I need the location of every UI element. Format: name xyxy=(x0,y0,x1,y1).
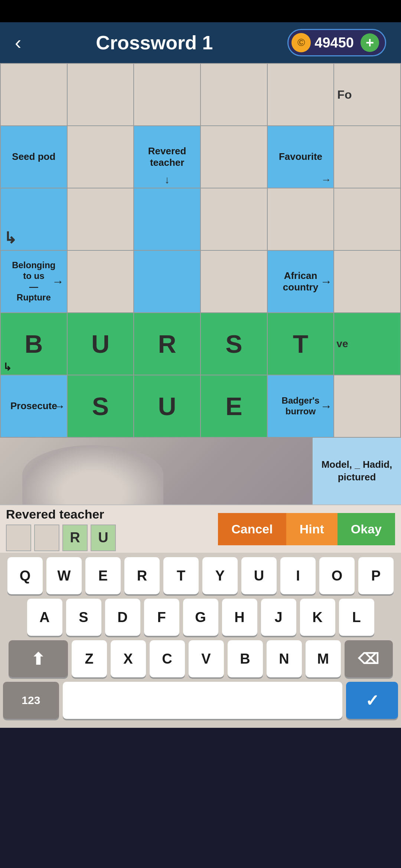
back-button[interactable]: ‹ xyxy=(15,32,21,54)
cell-4-0[interactable]: B ↳ xyxy=(1,313,68,375)
key-d[interactable]: D xyxy=(105,599,140,636)
key-n[interactable]: N xyxy=(267,640,302,677)
answer-box-1[interactable] xyxy=(6,525,31,551)
shift-key[interactable]: ⬆ xyxy=(9,640,68,677)
cell-0-4[interactable] xyxy=(268,64,335,126)
cell-5-1[interactable]: S xyxy=(68,375,134,438)
keyboard-row-1: Q W E R T Y U I O P xyxy=(3,557,398,594)
cell-5-2[interactable]: U xyxy=(134,375,201,438)
keyboard-row-4: 123 ✓ xyxy=(3,682,398,719)
cell-4-3[interactable]: S xyxy=(201,313,268,375)
key-f[interactable]: F xyxy=(144,599,179,636)
key-y[interactable]: Y xyxy=(202,557,238,594)
cell-3-0[interactable]: Belongingto us—Rupture → xyxy=(1,251,68,313)
cell-2-3[interactable] xyxy=(201,188,268,251)
grid: Fo Seed pod Revered teacher Favourite ↳ … xyxy=(0,63,401,438)
cell-4-5[interactable]: ve xyxy=(334,313,401,375)
cell-2-0[interactable]: ↳ xyxy=(1,188,68,251)
key-i[interactable]: I xyxy=(280,557,316,594)
clue-favourite: Favourite xyxy=(279,151,322,162)
cell-0-3[interactable] xyxy=(201,64,268,126)
key-l[interactable]: L xyxy=(339,599,374,636)
cell-1-2[interactable]: Revered teacher xyxy=(134,126,201,188)
cell-3-2[interactable] xyxy=(134,251,201,313)
cell-3-3[interactable] xyxy=(201,251,268,313)
answer-box-2[interactable] xyxy=(34,525,59,551)
cell-4-4[interactable]: T xyxy=(268,313,335,375)
clue-input-bar: Revered teacher R U Cancel Hint Okay xyxy=(0,504,401,553)
cell-0-5[interactable]: Fo xyxy=(334,64,401,126)
okay-button[interactable]: Okay xyxy=(338,513,395,545)
cell-5-5[interactable] xyxy=(334,375,401,438)
clue-african-country: Africancountry xyxy=(283,270,318,293)
cell-5-3[interactable]: E xyxy=(201,375,268,438)
cell-2-1[interactable] xyxy=(68,188,134,251)
cell-4-2[interactable]: R xyxy=(134,313,201,375)
clue-action-buttons: Cancel Hint Okay xyxy=(218,513,395,545)
clue-prosecute: Prosecute xyxy=(10,400,57,412)
cell-0-0[interactable] xyxy=(1,64,68,126)
space-key[interactable] xyxy=(63,682,342,719)
clue-seed-pod: Seed pod xyxy=(12,151,55,162)
active-clue-text: Revered teacher xyxy=(6,507,212,522)
cell-1-0[interactable]: Seed pod xyxy=(1,126,68,188)
keyboard-row-3: ⬆ Z X C V B N M ⌫ xyxy=(3,640,398,677)
cell-3-1[interactable] xyxy=(68,251,134,313)
key-o[interactable]: O xyxy=(319,557,355,594)
cell-1-1[interactable] xyxy=(68,126,134,188)
key-x[interactable]: X xyxy=(111,640,146,677)
cell-5-0[interactable]: Prosecute → xyxy=(1,375,68,438)
status-bar xyxy=(0,0,401,22)
add-coins-button[interactable]: + xyxy=(361,33,379,52)
cell-2-2[interactable] xyxy=(134,188,201,251)
clue-model: Model, _ Hadid, pictured xyxy=(317,458,397,484)
cell-1-3[interactable] xyxy=(201,126,268,188)
cell-5-4[interactable]: Badger'sburrow → xyxy=(268,375,335,438)
key-e[interactable]: E xyxy=(85,557,121,594)
coin-amount: 49450 xyxy=(314,35,354,51)
key-u[interactable]: U xyxy=(241,557,277,594)
cancel-button[interactable]: Cancel xyxy=(218,513,286,545)
key-z[interactable]: Z xyxy=(72,640,107,677)
keyboard-row-2: A S D F G H J K L xyxy=(3,599,398,636)
key-p[interactable]: P xyxy=(358,557,394,594)
image-area: Model, _ Hadid, pictured xyxy=(0,438,401,504)
key-a[interactable]: A xyxy=(27,599,62,636)
numbers-key[interactable]: 123 xyxy=(3,682,59,719)
cell-2-5[interactable] xyxy=(334,188,401,251)
cell-3-5[interactable] xyxy=(334,251,401,313)
key-c[interactable]: C xyxy=(150,640,185,677)
keyboard: Q W E R T Y U I O P A S D F G H J K L ⬆ … xyxy=(0,553,401,728)
key-b[interactable]: B xyxy=(228,640,263,677)
cell-1-5[interactable] xyxy=(334,126,401,188)
page-title: Crossword 1 xyxy=(96,32,213,54)
cell-2-4[interactable] xyxy=(268,188,335,251)
cell-1-4[interactable]: Favourite xyxy=(268,126,335,188)
cell-3-4[interactable]: Africancountry → xyxy=(268,251,335,313)
key-r[interactable]: R xyxy=(124,557,160,594)
app-header: ‹ Crossword 1 © 49450 + xyxy=(0,22,401,63)
key-g[interactable]: G xyxy=(183,599,218,636)
answer-box-3[interactable]: R xyxy=(62,525,88,551)
key-m[interactable]: M xyxy=(306,640,341,677)
coin-icon: © xyxy=(291,33,311,52)
key-q[interactable]: Q xyxy=(7,557,43,594)
answer-boxes: R U xyxy=(6,525,212,551)
key-w[interactable]: W xyxy=(46,557,82,594)
key-v[interactable]: V xyxy=(189,640,224,677)
clue-revered-teacher-top: Revered teacher xyxy=(137,145,197,168)
enter-key[interactable]: ✓ xyxy=(346,682,398,719)
hint-button[interactable]: Hint xyxy=(286,513,338,545)
key-s[interactable]: S xyxy=(66,599,101,636)
key-h[interactable]: H xyxy=(222,599,257,636)
clue-badger: Badger'sburrow xyxy=(282,395,320,417)
key-t[interactable]: T xyxy=(163,557,199,594)
cell-0-1[interactable] xyxy=(68,64,134,126)
key-k[interactable]: K xyxy=(300,599,335,636)
answer-box-4[interactable]: U xyxy=(91,525,116,551)
key-j[interactable]: J xyxy=(261,599,296,636)
cell-0-2[interactable] xyxy=(134,64,201,126)
backspace-key[interactable]: ⌫ xyxy=(345,640,393,677)
cell-4-1[interactable]: U xyxy=(68,313,134,375)
coins-badge: © 49450 + xyxy=(287,29,386,56)
